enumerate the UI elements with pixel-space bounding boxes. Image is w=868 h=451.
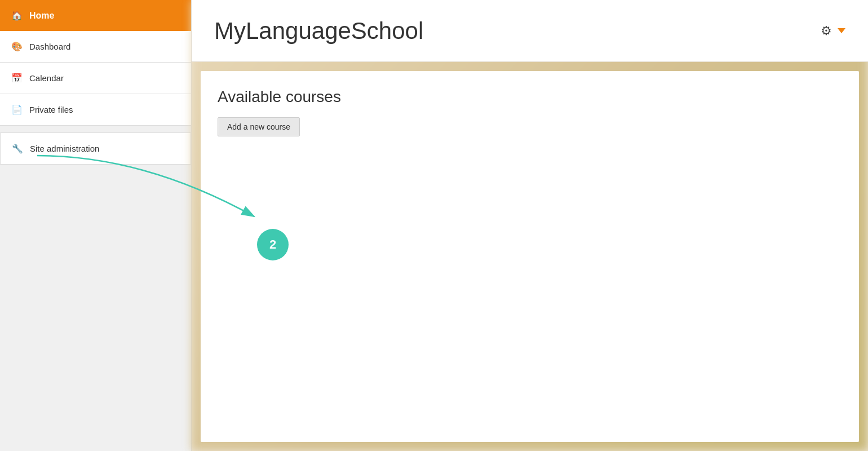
- home-icon: 🏠: [11, 10, 23, 21]
- sidebar-item-private-files[interactable]: 📄 Private files: [0, 94, 191, 126]
- settings-icon[interactable]: ⚙: [821, 24, 832, 38]
- sidebar-item-calendar[interactable]: 📅 Calendar: [0, 63, 191, 94]
- user-menu-dropdown[interactable]: [838, 28, 845, 33]
- sidebar-calendar-label: Calendar: [29, 73, 64, 83]
- sidebar-home-label: Home: [29, 11, 54, 21]
- sidebar-item-site-administration[interactable]: 🔧 Site administration: [0, 132, 191, 165]
- available-courses-title: Available courses: [218, 88, 842, 106]
- sidebar-private-files-label: Private files: [29, 105, 73, 114]
- sidebar-dashboard-label: Dashboard: [29, 42, 70, 51]
- sidebar-item-home[interactable]: 🏠 Home: [0, 0, 191, 31]
- calendar-icon: 📅: [11, 73, 23, 83]
- wrench-icon: 🔧: [12, 143, 23, 154]
- sidebar-item-dashboard[interactable]: 🎨 Dashboard: [0, 31, 191, 63]
- dashboard-icon: 🎨: [11, 41, 23, 52]
- sidebar: 🏠 Home 🎨 Dashboard 📅 Calendar 📄 Private …: [0, 0, 192, 451]
- courses-panel: Available courses Add a new course: [201, 71, 859, 442]
- page-title: MyLanguageSchool: [214, 17, 423, 45]
- sidebar-bottom-section: 🔧 Site administration: [0, 132, 191, 165]
- page-header: MyLanguageSchool ⚙: [192, 0, 868, 62]
- add-new-course-button[interactable]: Add a new course: [218, 117, 300, 136]
- sidebar-site-admin-label: Site administration: [30, 144, 99, 153]
- header-actions: ⚙: [821, 24, 845, 38]
- main-content: MyLanguageSchool ⚙ Available courses Add…: [192, 0, 868, 451]
- file-icon: 📄: [11, 104, 23, 115]
- content-wrapper: Available courses Add a new course: [192, 62, 868, 451]
- annotation-step-2: 2: [257, 229, 289, 260]
